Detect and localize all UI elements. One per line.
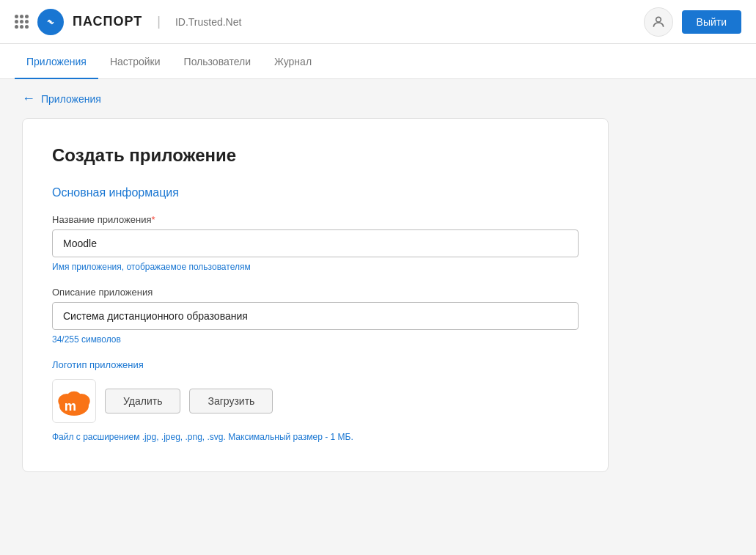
tab-settings[interactable]: Настройки: [98, 45, 172, 79]
subdomain-text: ID.Trusted.Net: [175, 16, 242, 28]
app-name-hint: Имя приложения, отображаемое пользовател…: [52, 262, 579, 272]
description-label: Описание приложения: [52, 287, 579, 298]
form-card: Создать приложение Основная информация Н…: [22, 118, 609, 472]
app-name-label: Название приложения*: [52, 214, 579, 225]
back-arrow-icon[interactable]: ←: [22, 91, 35, 106]
logo-label: Логотип приложения: [52, 359, 579, 370]
app-title: ПАСПОРТ: [73, 14, 142, 29]
required-marker: *: [151, 214, 155, 225]
logout-button[interactable]: Выйти: [682, 10, 741, 34]
header-left: ПАСПОРТ | ID.Trusted.Net: [15, 9, 644, 35]
nav-tabs: Приложения Настройки Пользователи Журнал: [0, 44, 756, 79]
description-field-group: Описание приложения 34/255 символов: [52, 287, 579, 345]
logo-section: Логотип приложения m Удалить Загрузи: [52, 359, 579, 442]
form-title: Создать приложение: [52, 145, 579, 166]
grid-menu-icon[interactable]: [15, 15, 29, 29]
svg-point-2: [656, 17, 661, 22]
main-content: Создать приложение Основная информация Н…: [0, 118, 756, 494]
header: ПАСПОРТ | ID.Trusted.Net Выйти: [0, 0, 756, 44]
upload-logo-button[interactable]: Загрузить: [189, 389, 273, 414]
tab-apps[interactable]: Приложения: [15, 45, 98, 79]
svg-point-1: [49, 21, 52, 23]
section-title: Основная информация: [52, 186, 579, 199]
header-right: Выйти: [644, 7, 741, 37]
svg-text:m: m: [65, 398, 76, 414]
description-input[interactable]: [52, 302, 579, 330]
user-avatar-button[interactable]: [644, 7, 673, 37]
moodle-logo-icon: m: [56, 383, 92, 419]
tab-users[interactable]: Пользователи: [172, 45, 263, 79]
breadcrumb-link[interactable]: Приложения: [41, 93, 101, 105]
breadcrumb: ← Приложения: [0, 79, 756, 118]
logo-preview: m: [52, 379, 96, 423]
char-count: 34/255 символов: [52, 334, 579, 345]
separator: |: [157, 14, 161, 29]
tab-journal[interactable]: Журнал: [263, 45, 323, 79]
delete-logo-button[interactable]: Удалить: [105, 389, 180, 414]
app-name-field-group: Название приложения* Имя приложения, ото…: [52, 214, 579, 272]
logo-hint: Файл с расширением .jpg, .jpeg, .png, .s…: [52, 432, 579, 442]
app-name-input[interactable]: [52, 229, 579, 257]
logo-icon: [37, 9, 64, 35]
logo-row: m Удалить Загрузить: [52, 379, 579, 423]
